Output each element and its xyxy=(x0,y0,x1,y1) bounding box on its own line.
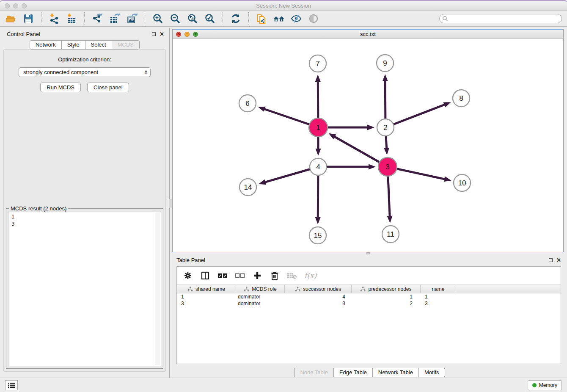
task-history-button[interactable] xyxy=(5,380,18,390)
tab-select[interactable]: Select xyxy=(85,40,112,50)
graph-node-label-1: 1 xyxy=(316,124,320,132)
node-table: f(x) shared name xyxy=(176,266,561,364)
graph-edge-arrow-icon xyxy=(367,125,374,130)
graph-edge-arrow-icon xyxy=(444,177,451,182)
hierarchy-icon xyxy=(187,287,193,292)
network-view-window: ✕ − + scc.txt 1234678910111415 xyxy=(172,29,564,252)
control-panel: Control Panel ✕ Network Style Select MCD… xyxy=(0,28,170,378)
graph-node-label-15: 15 xyxy=(314,232,322,240)
float-panel-icon[interactable] xyxy=(152,32,156,36)
optimization-criterion-label: Optimization criterion: xyxy=(58,56,111,63)
zoom-selected-icon[interactable] xyxy=(204,13,216,25)
vertical-splitter-handle[interactable] xyxy=(169,199,172,208)
network-window-titlebar: ✕ − + scc.txt xyxy=(173,30,563,39)
select-all-icon[interactable] xyxy=(217,271,228,281)
column-header-successor-nodes[interactable]: successor nodes xyxy=(285,285,352,293)
criterion-select[interactable]: strongly connected component ▲▼ xyxy=(19,67,151,77)
memory-status-icon xyxy=(532,383,537,387)
graph-edge-arrow-icon xyxy=(369,164,376,170)
tab-node-table[interactable]: Node Table xyxy=(294,368,334,377)
toolbar-separator xyxy=(223,12,223,25)
column-header-predecessor-nodes[interactable]: predecessor nodes xyxy=(352,285,421,293)
main-toolbar xyxy=(0,11,567,27)
export-table-icon[interactable] xyxy=(109,13,121,25)
tab-network[interactable]: Network xyxy=(30,40,62,50)
mcds-result-group: MCDS result (2 nodes) 1 3 xyxy=(6,208,163,369)
tab-motifs[interactable]: Motifs xyxy=(418,368,445,377)
zoom-fit-icon[interactable] xyxy=(187,13,198,25)
tab-edge-table[interactable]: Edge Table xyxy=(333,368,373,377)
zoom-in-icon[interactable] xyxy=(152,13,164,25)
table-toolbar: f(x) xyxy=(177,267,561,284)
select-chevrons-icon: ▲▼ xyxy=(144,70,148,75)
hide-selected-icon[interactable] xyxy=(290,13,302,25)
graph-node-label-3: 3 xyxy=(385,163,389,171)
apply-layout-icon[interactable] xyxy=(230,13,242,25)
mcds-result-list: 1 3 xyxy=(8,212,161,366)
function-builder-icon: f(x) xyxy=(304,271,317,280)
toolbar-separator xyxy=(41,12,41,25)
network-canvas[interactable]: 1234678910111415 xyxy=(173,39,563,252)
duplicate-network-icon[interactable] xyxy=(256,13,267,25)
add-column-icon[interactable] xyxy=(252,271,262,281)
close-panel-icon[interactable]: ✕ xyxy=(160,31,164,37)
mcds-result-title: MCDS result (2 nodes) xyxy=(9,205,68,212)
delete-table-icon xyxy=(287,271,297,281)
tab-style[interactable]: Style xyxy=(61,40,85,50)
close-table-panel-icon[interactable]: ✕ xyxy=(556,257,561,263)
delete-column-icon[interactable] xyxy=(270,271,280,281)
deselect-all-icon[interactable] xyxy=(235,271,245,281)
show-all-icon[interactable] xyxy=(308,13,319,25)
zoom-out-icon[interactable] xyxy=(169,13,181,25)
hierarchy-icon xyxy=(360,287,366,292)
graph-edge-arrow-icon xyxy=(316,149,321,156)
open-session-icon[interactable] xyxy=(5,13,17,25)
graph-node-label-11: 11 xyxy=(387,230,394,238)
show-columns-icon[interactable] xyxy=(200,271,210,281)
graph-node-label-2: 2 xyxy=(383,124,387,132)
column-header-mcds-role[interactable]: MCDS role xyxy=(236,285,285,293)
table-row[interactable]: 1 dominator 4 1 1 xyxy=(177,293,561,300)
graph-edge-arrow-icon xyxy=(315,75,321,82)
right-column: ✕ − + scc.txt 1234678910111415 Table Pan… xyxy=(172,28,567,378)
graph-edge-2-8[interactable] xyxy=(385,105,445,127)
table-header-row: shared name MCDS role xyxy=(177,284,561,293)
graph-edge-arrow-icon xyxy=(384,148,389,155)
run-mcds-button[interactable]: Run MCDS xyxy=(40,83,81,92)
memory-button[interactable]: Memory xyxy=(528,380,562,390)
export-network-icon[interactable] xyxy=(91,13,103,25)
hierarchy-icon xyxy=(244,287,249,292)
graph-node-label-4: 4 xyxy=(316,163,320,171)
tab-mcds[interactable]: MCDS xyxy=(112,40,140,50)
result-scrollbar[interactable] xyxy=(155,213,160,365)
graph-node-label-9: 9 xyxy=(383,59,387,67)
window-title: Session: New Session xyxy=(0,3,567,9)
first-neighbors-icon[interactable] xyxy=(273,13,285,25)
main-area: Control Panel ✕ Network Style Select MCD… xyxy=(0,28,567,378)
graph-node-label-6: 6 xyxy=(245,99,249,108)
criterion-value: strongly connected component xyxy=(23,69,144,75)
import-table-icon[interactable] xyxy=(66,13,77,25)
search-input[interactable] xyxy=(439,14,562,23)
save-session-icon[interactable] xyxy=(22,13,34,25)
gear-icon[interactable] xyxy=(183,271,193,281)
control-panel-title: Control Panel xyxy=(7,31,40,37)
graph-edge-arrow-icon xyxy=(443,102,451,107)
close-panel-button[interactable]: Close panel xyxy=(87,83,129,92)
graph-edge-arrow-icon xyxy=(383,74,388,81)
mcds-result-item[interactable]: 3 xyxy=(8,220,161,227)
export-image-icon[interactable] xyxy=(126,13,138,25)
column-header-shared-name[interactable]: shared name xyxy=(177,285,236,293)
toolbar-separator xyxy=(145,12,145,25)
network-canvas-svg: 1234678910111415 xyxy=(173,39,563,252)
tab-network-table[interactable]: Network Table xyxy=(372,368,419,377)
column-header-name[interactable]: name xyxy=(421,285,456,293)
table-row[interactable]: 3 dominator 3 2 3 xyxy=(177,300,561,307)
graph-edge-arrow-icon xyxy=(259,179,266,185)
graph-edge-arrow-icon xyxy=(328,133,336,139)
memory-label: Memory xyxy=(539,382,557,388)
import-network-icon[interactable] xyxy=(48,13,60,25)
list-icon xyxy=(8,382,15,388)
float-table-panel-icon[interactable] xyxy=(549,258,553,262)
mcds-result-item[interactable]: 1 xyxy=(8,213,161,220)
